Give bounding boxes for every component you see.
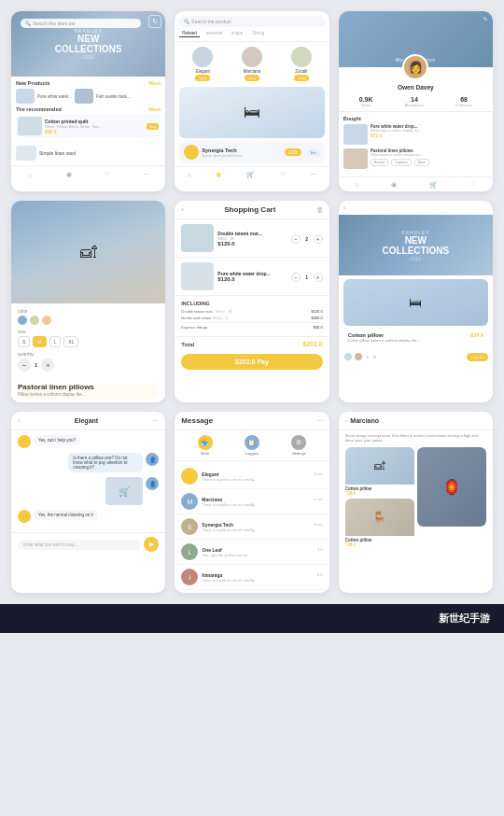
nav-home[interactable]: ⌂ <box>25 170 36 179</box>
size-l[interactable]: L <box>49 336 62 347</box>
tab-store[interactable]: 🏪 Store <box>198 435 213 456</box>
nav-wishlist[interactable]: ♡ <box>102 170 113 179</box>
chat-title: Elegant <box>75 417 98 424</box>
send-button[interactable]: ▶ <box>144 537 159 552</box>
user-name: Owen Davey <box>339 84 493 91</box>
color-blue[interactable] <box>18 316 27 325</box>
product-card-mini: Cotton pillow $29.9 Cotton pillow lashes… <box>343 330 488 345</box>
nav-bar-3: ⌂ ◉ 🛒 ♡ <box>339 176 493 191</box>
color-green[interactable] <box>30 316 39 325</box>
stat-spent: 0.9K Spent <box>359 96 373 107</box>
search-bar[interactable]: 🔍 Search this plant pot <box>21 19 141 28</box>
nav-more[interactable]: ⋯ <box>141 170 152 179</box>
filter-shape[interactable]: shape <box>229 30 245 37</box>
size-m[interactable]: M <box>33 336 46 347</box>
bought-item-1[interactable]: Pure white water drop... White helps a u… <box>343 124 488 145</box>
bought-thumb-1 <box>343 124 368 145</box>
nav-home-2[interactable]: ⌂ <box>188 171 191 178</box>
qty-minus-1[interactable]: − <box>291 234 301 244</box>
conv-itimaniga[interactable]: I Itimaniga 2 h There is a yellow one do… <box>175 565 329 590</box>
msg-image: 🛒 <box>105 477 143 505</box>
gallery-back-btn[interactable]: ‹ <box>345 416 348 425</box>
avatar: 👩 <box>402 54 428 80</box>
nav-search[interactable]: ◉ <box>63 170 75 179</box>
view-btn-elegant[interactable]: view <box>195 75 210 81</box>
mini-avatar-2 <box>354 352 363 361</box>
nav-wishlist-2[interactable]: ♡ <box>280 171 286 178</box>
rec-header: The recommended More <box>16 106 161 112</box>
edit-icon[interactable]: ✎ <box>483 16 488 23</box>
view-btn-zucalit[interactable]: view <box>294 75 309 81</box>
filter-dining[interactable]: Dining <box>249 30 267 37</box>
mini-product-price: $29.9 <box>470 332 483 338</box>
hero-image: 🛋 <box>11 201 165 303</box>
cart-header: ‹ Shopping Cart 🗑 <box>175 201 329 219</box>
qty-increase[interactable]: + <box>41 359 54 372</box>
cart-pay-button[interactable]: $202.0 Pay <box>181 354 322 370</box>
vendor-marciano[interactable]: Marciano view <box>229 47 275 81</box>
product-row-1: Pure white water... Fish suede mats... <box>16 89 161 104</box>
vendor-logo: ⚡ <box>184 145 199 160</box>
conv-elegant[interactable]: ⚡ Elegant 2 min There is a yellow one do… <box>175 464 329 489</box>
want-button[interactable]: I want ! <box>467 353 488 361</box>
size-s[interactable]: S <box>18 336 30 347</box>
filter-personal[interactable]: personal <box>203 30 225 37</box>
cart-item-2: Pure white water drop... $120.0 − 1 + <box>175 258 329 296</box>
more-actions-btn[interactable]: More <box>414 159 429 166</box>
vendor-zucalit[interactable]: Zucalit view <box>278 47 325 81</box>
vendor-title: Synergia Tech <box>202 148 241 153</box>
chat-input[interactable]: Enter what you want to say... <box>18 540 141 550</box>
collections-title: NEWCOLLECTIONS <box>55 34 122 54</box>
gallery-item-tall[interactable]: 🏮 <box>417 447 486 527</box>
cart-back-btn[interactable]: ‹ <box>181 205 184 214</box>
avatar-row <box>343 352 363 361</box>
bought-item-2[interactable]: Pastoral linen pillows Pillow lashes a u… <box>343 148 488 169</box>
tab-settings[interactable]: ⚙ Settings <box>291 435 306 456</box>
conv-synergia[interactable]: S Synergia Tech 3 min There is a yellow … <box>175 514 329 540</box>
vendor-elegant[interactable]: Elegant view <box>179 47 226 81</box>
size-xl[interactable]: XL <box>63 336 78 347</box>
qty-decrease[interactable]: − <box>18 359 31 372</box>
tab-loggers[interactable]: 📋 Loggers <box>245 435 259 456</box>
conv-oneleaf[interactable]: L One Leaf 1 h Yes, i got the yellow one… <box>175 540 329 565</box>
like-button[interactable]: like <box>307 149 320 156</box>
rec-item-1[interactable]: Cotton printed quilt White, Yellow, Blac… <box>16 115 161 137</box>
qty-plus-1[interactable]: + <box>314 234 323 244</box>
chat-more-icon[interactable]: ⋯ <box>152 417 159 425</box>
gallery-item-1[interactable]: 🛋 Cotton pillow $38.0 <box>345 447 414 496</box>
nav-more-2[interactable]: ⋯ <box>310 171 316 178</box>
vendor-name-marciano: Marciano <box>229 69 275 74</box>
nav-profile-3[interactable]: ♡ <box>470 181 476 189</box>
nav-home-3[interactable]: ⌂ <box>355 181 358 189</box>
qty-minus-2[interactable]: − <box>291 273 301 282</box>
vendor-info-card[interactable]: ⚡ Synergia Tech Some short product text … <box>179 141 324 163</box>
cart-thumb-1 <box>181 224 214 252</box>
logistics-btn[interactable]: Logistics <box>391 159 412 166</box>
messages-more-icon[interactable]: ⋯ <box>316 417 323 425</box>
search-bar-2[interactable]: 🔍 Search the product <box>179 16 324 27</box>
nav-cart-2[interactable]: 🛒 <box>246 171 255 178</box>
card-collections-2: ‹ BRADLEY NEWCOLLECTIONS - 2016 - 🛏 Cott… <box>339 201 493 402</box>
options-section: color size S M L XL quantity − 1 + <box>11 303 165 381</box>
refresh-icon[interactable]: ↻ <box>148 15 161 28</box>
avatar-elegant <box>192 47 213 67</box>
nav-circle-2[interactable]: ◉ <box>216 171 221 178</box>
cart-delete-icon[interactable]: 🗑 <box>316 206 323 213</box>
conv-marciano[interactable]: M Marciano 3 min There is a yellow one d… <box>175 489 329 514</box>
gallery-item-2[interactable]: 🪑 Cotton pillow $38.0 <box>345 499 414 547</box>
buy-button[interactable]: Buy <box>147 123 159 130</box>
loggers-icon: 📋 <box>245 435 259 450</box>
filter-related[interactable]: Related <box>179 30 200 37</box>
nav-circle-3[interactable]: ◉ <box>391 181 397 189</box>
qty-plus-2[interactable]: + <box>314 273 323 282</box>
review-btn[interactable]: Review <box>371 159 388 166</box>
mini-avatar-1 <box>343 352 353 361</box>
back-btn-6[interactable]: ‹ <box>343 204 346 212</box>
avatar-marciano <box>242 47 262 67</box>
nav-cart-3[interactable]: 🛒 <box>429 181 438 189</box>
cart-item-1: Double tatami mat... White , M $120.0 − … <box>175 219 329 258</box>
size-options: S M L XL <box>18 336 159 347</box>
color-orange[interactable] <box>42 316 51 325</box>
view-btn-marciano[interactable]: view <box>245 75 259 81</box>
chat-back-btn[interactable]: ‹ <box>18 416 21 425</box>
